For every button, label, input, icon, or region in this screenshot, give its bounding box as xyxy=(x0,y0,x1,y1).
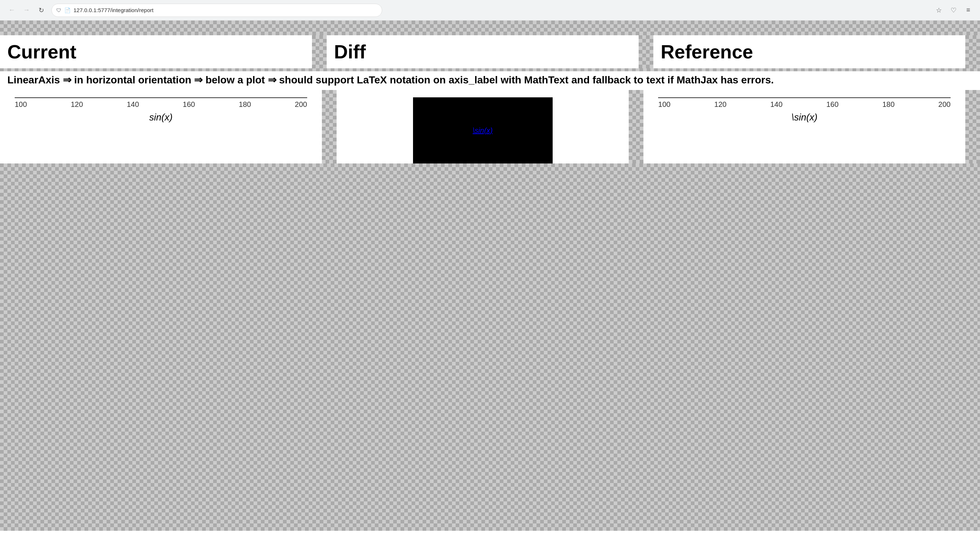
diff-header: Diff xyxy=(327,35,639,68)
divider-2 xyxy=(639,35,653,68)
content-divider-2 xyxy=(629,90,643,164)
tick-160-reference: 160 xyxy=(826,100,838,109)
diff-panel: \sin(x) xyxy=(337,90,629,164)
tick-100-current: 100 xyxy=(15,100,27,109)
shield-icon: 🛡 xyxy=(56,7,61,13)
tick-200-reference: 200 xyxy=(939,100,951,109)
address-bar[interactable]: 🛡 📄 127.0.0.1:5777/integration/report xyxy=(51,4,382,17)
top-checker-bar xyxy=(0,21,980,35)
reference-ticks-row: 100 120 140 160 180 200 xyxy=(658,100,951,109)
tick-180-current: 180 xyxy=(239,100,251,109)
forward-button[interactable]: → xyxy=(21,5,32,16)
menu-button[interactable]: ≡ xyxy=(963,5,974,16)
content-panels: 100 120 140 160 180 200 sin(x) \sin(x) xyxy=(0,90,980,164)
current-xlabel: sin(x) xyxy=(15,112,307,123)
current-plot: 100 120 140 160 180 200 sin(x) xyxy=(15,97,307,123)
reference-panel: 100 120 140 160 180 200 \sin(x) xyxy=(643,90,965,164)
tick-180-reference: 180 xyxy=(882,100,894,109)
tick-160-current: 160 xyxy=(183,100,195,109)
bottom-area xyxy=(0,164,980,531)
content-divider-3 xyxy=(965,90,980,164)
favorites-button[interactable]: ♡ xyxy=(948,5,959,16)
tick-140-current: 140 xyxy=(127,100,139,109)
tick-200-current: 200 xyxy=(295,100,307,109)
toolbar-right: ☆ ♡ ≡ xyxy=(933,5,974,16)
browser-chrome: ← → ↻ 🛡 📄 127.0.0.1:5777/integration/rep… xyxy=(0,0,980,21)
url-text: 127.0.0.1:5777/integration/report xyxy=(73,7,377,13)
diff-label: \sin(x) xyxy=(473,126,492,135)
tick-140-reference: 140 xyxy=(770,100,782,109)
reference-axis: 100 120 140 160 180 200 xyxy=(658,97,951,109)
reference-plot: 100 120 140 160 180 200 \sin(x) xyxy=(658,97,951,123)
content-divider-1 xyxy=(322,90,337,164)
back-button[interactable]: ← xyxy=(6,5,18,16)
current-panel: 100 120 140 160 180 200 sin(x) xyxy=(0,90,322,164)
bookmark-button[interactable]: ☆ xyxy=(933,5,945,16)
test-description: LinearAxis ⇒ in horizontal orientation ⇒… xyxy=(0,71,980,90)
diff-image: \sin(x) xyxy=(413,97,553,164)
tick-120-current: 120 xyxy=(70,100,83,109)
tick-100-reference: 100 xyxy=(658,100,670,109)
reload-button[interactable]: ↻ xyxy=(35,5,47,16)
divider-3 xyxy=(965,35,980,68)
current-axis: 100 120 140 160 180 200 xyxy=(15,97,307,109)
columns-header-bar: Current Diff Reference xyxy=(0,35,980,68)
header-checker-bar xyxy=(0,68,980,71)
nav-buttons: ← → ↻ xyxy=(6,5,47,16)
page-icon: 📄 xyxy=(64,7,70,13)
reference-header: Reference xyxy=(653,35,965,68)
current-header: Current xyxy=(0,35,312,68)
tick-120-reference: 120 xyxy=(714,100,727,109)
reference-xlabel: \sin(x) xyxy=(658,112,951,123)
current-ticks-row: 100 120 140 160 180 200 xyxy=(15,100,307,109)
divider-1 xyxy=(312,35,327,68)
page-content: Current Diff Reference LinearAxis ⇒ in h… xyxy=(0,21,980,531)
